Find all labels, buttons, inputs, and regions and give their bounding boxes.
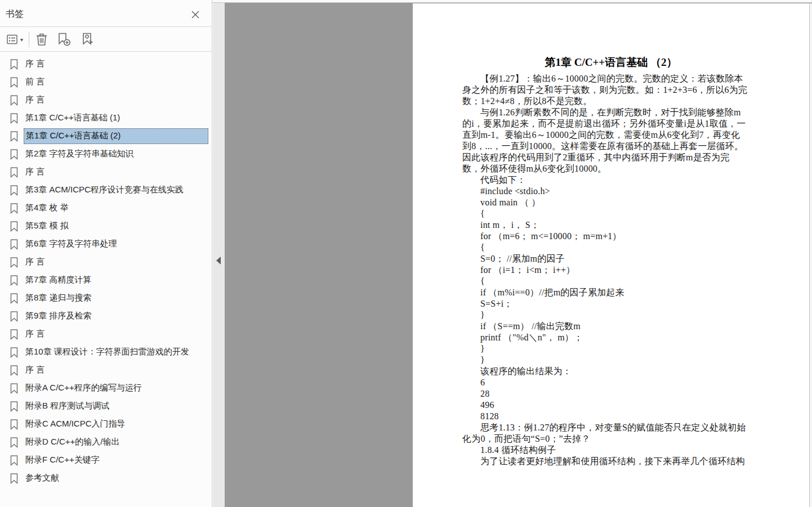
- bookmark-icon: [10, 131, 18, 142]
- bookmark-icon: [10, 347, 18, 358]
- page-text-line: for （m=6； m<=10000； m=m+1）: [462, 231, 769, 242]
- bookmark-icon: [10, 203, 18, 214]
- collapse-panel-icon: [216, 257, 221, 264]
- bookmark-item[interactable]: 第1章 C/C++语言基础 (2): [0, 127, 212, 145]
- bookmark-item[interactable]: 第6章 字符及字符串处理: [0, 235, 212, 253]
- bookmark-icon: [10, 473, 18, 484]
- bookmark-icon: [10, 95, 18, 106]
- page-text-line: 数，外循环使得m从6变化到10000。: [462, 163, 769, 174]
- page-text-line: {: [462, 242, 769, 253]
- new-bookmark-button[interactable]: [54, 30, 74, 48]
- document-viewer-canvas: 第1章 C/C++语言基础 （2） 【例1.27】：输出6～10000之间的完数…: [225, 0, 812, 507]
- page-text-line: 6: [462, 377, 769, 388]
- bookmark-item[interactable]: 第7章 高精度计算: [0, 271, 212, 289]
- bookmark-label: 第2章 字符及字符串基础知识: [24, 147, 137, 161]
- bookmark-icon: [10, 203, 18, 214]
- bookmark-icon: [10, 437, 18, 448]
- bookmark-label: 附录B 程序测试与调试: [24, 399, 112, 414]
- bookmark-icon: [10, 257, 18, 268]
- bookmark-item[interactable]: 第8章 递归与搜索: [0, 289, 212, 307]
- bookmark-icon: [10, 419, 18, 430]
- bookmark-item[interactable]: 参考文献: [0, 469, 212, 487]
- bookmark-item[interactable]: 第3章 ACM/ICPC程序设计竞赛与在线实践: [0, 181, 212, 199]
- bookmark-icon: [10, 257, 18, 268]
- page-text-line: 8128: [462, 411, 769, 422]
- bookmark-icon: [10, 401, 18, 412]
- bookmark-icon: [10, 329, 18, 340]
- page-text-line: 为了让读者更好地理解和使用循环结构，接下来再举几个循环结构: [462, 456, 769, 467]
- bookmarks-panel: 书签 ▾: [0, 0, 212, 507]
- bookmark-item[interactable]: 前 言: [0, 73, 212, 91]
- bookmark-item[interactable]: 附录D C/C++的输入/输出: [0, 433, 212, 451]
- bookmark-label: 第1章 C/C++语言基础 (2): [24, 128, 208, 144]
- page-text-line: }: [462, 343, 769, 355]
- delete-bookmark-icon: [35, 32, 48, 47]
- document-page: 第1章 C/C++语言基础 （2） 【例1.27】：输出6～10000之间的完数…: [413, 3, 810, 507]
- page-text-line: 化为0，而把语句“S=0；”去掉？: [462, 433, 769, 445]
- page-text-line: 数；1+2+4≠8，所以8不是完数。: [462, 96, 769, 107]
- panel-title: 书签: [6, 8, 24, 20]
- bookmark-icon: [10, 311, 18, 322]
- bookmark-item[interactable]: 附录F C/C++关键字: [0, 451, 212, 469]
- scrollbar-gutter[interactable]: [810, 3, 812, 507]
- bookmark-options-icon: [6, 33, 19, 46]
- bookmark-item[interactable]: 第10章 课程设计：字符界面扫雷游戏的开发: [0, 343, 212, 361]
- bookmark-label: 第7章 高精度计算: [24, 273, 95, 288]
- bookmark-icon: [10, 293, 18, 304]
- bookmark-icon: [10, 131, 18, 142]
- bookmark-label: 第9章 排序及检索: [24, 309, 95, 324]
- page-text-line: for （i=1； i<m； i++）: [462, 264, 769, 276]
- bookmark-item[interactable]: 序 言: [0, 91, 212, 109]
- bookmark-icon: [10, 113, 18, 124]
- bookmark-item[interactable]: 序 言: [0, 253, 212, 271]
- new-bookmark-icon: [56, 32, 72, 47]
- bookmark-item[interactable]: 序 言: [0, 325, 212, 343]
- delete-bookmark-button[interactable]: [33, 30, 51, 48]
- bookmark-item[interactable]: 第5章 模 拟: [0, 217, 212, 235]
- bookmark-item[interactable]: 附录A C/C++程序的编写与运行: [0, 379, 212, 397]
- page-text-line: if （S==m） //输出完数m: [462, 321, 769, 332]
- bookmark-item[interactable]: 序 言: [0, 55, 212, 73]
- bookmarks-toolbar: ▾: [0, 28, 212, 52]
- bookmark-label: 序 言: [24, 93, 47, 107]
- panel-collapse-strip[interactable]: [213, 0, 225, 507]
- bookmark-item[interactable]: 第4章 枚 举: [0, 199, 212, 217]
- bookmark-item[interactable]: 第2章 字符及字符串基础知识: [0, 145, 212, 163]
- bookmark-icon: [10, 221, 18, 232]
- page-text-line: {: [462, 276, 769, 287]
- page-text-line: 到8，...，一直到10000。这样需要在原有循环的基础上再套一层循环。: [462, 141, 769, 152]
- bookmark-item[interactable]: 附录B 程序测试与调试: [0, 397, 212, 415]
- bookmark-list: 序 言前 言序 言第1章 C/C++语言基础 (1)第1章 C/C++语言基础 …: [0, 55, 212, 487]
- bookmark-icon: [10, 149, 18, 160]
- bookmark-icon: [10, 113, 18, 124]
- close-panel-button[interactable]: [190, 9, 201, 20]
- bookmark-item[interactable]: 第9章 排序及检索: [0, 307, 212, 325]
- bookmark-label: 第3章 ACM/ICPC程序设计竞赛与在线实践: [24, 183, 186, 198]
- goto-bookmark-icon: [81, 32, 96, 47]
- page-text-line: 直到m-1。要输出6～10000之间的完数，需要使m从6变化到7，再变化: [462, 129, 769, 141]
- page-title: 第1章 C/C++语言基础 （2）: [413, 55, 809, 70]
- bookmark-icon: [10, 77, 18, 88]
- page-text-line: 1.8.4 循环结构例子: [462, 445, 769, 456]
- bookmark-options-button[interactable]: ▾: [4, 30, 25, 48]
- bookmark-item[interactable]: 附录C ACM/ICPC入门指导: [0, 415, 212, 433]
- viewer-top-border: [212, 0, 812, 3]
- bookmark-icon: [10, 239, 18, 250]
- bookmark-label: 附录D C/C++的输入/输出: [24, 435, 123, 450]
- bookmark-item[interactable]: 序 言: [0, 163, 212, 181]
- bookmark-icon: [10, 221, 18, 232]
- page-text-line: {: [462, 208, 769, 219]
- bookmark-icon: [10, 275, 18, 286]
- bookmark-icon: [10, 149, 18, 160]
- page-text-line: 身之外的所有因子之和等于该数，则为完数。如：1+2+3=6，所以6为完: [462, 84, 769, 96]
- page-text-line: 【例1.27】：输出6～10000之间的完数。完数的定义：若该数除本: [462, 73, 769, 84]
- bookmark-icon: [10, 365, 18, 376]
- bookmark-item[interactable]: 第1章 C/C++语言基础 (1): [0, 109, 212, 127]
- goto-bookmark-button[interactable]: [78, 30, 98, 48]
- bookmark-item[interactable]: 序 言: [0, 361, 212, 379]
- page-text-line: printf （"%d＼n"， m）；: [462, 332, 769, 343]
- close-icon: [191, 11, 199, 19]
- bookmarks-panel-header: 书签: [0, 0, 212, 27]
- bookmark-icon: [10, 383, 18, 394]
- bookmark-icon: [10, 311, 18, 322]
